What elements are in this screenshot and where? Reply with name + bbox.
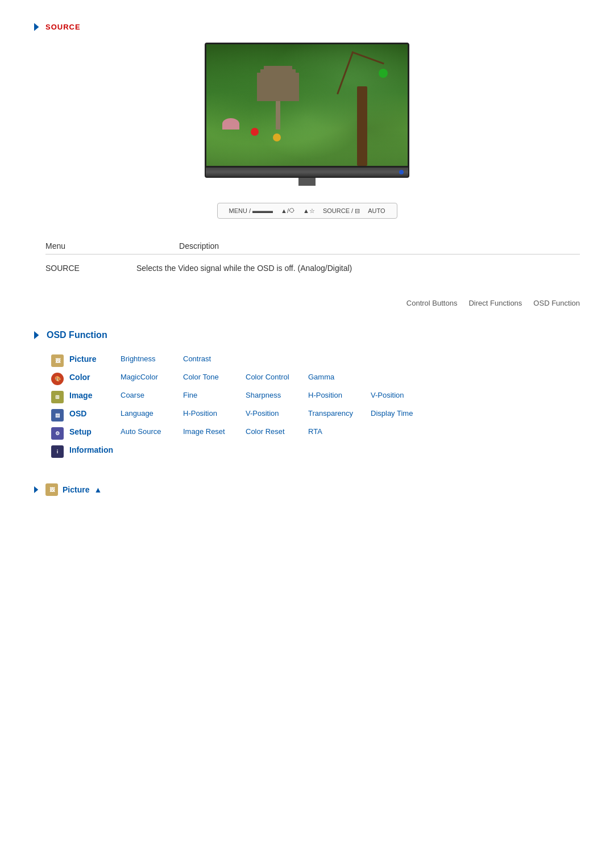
color-tone-link[interactable]: Color Tone: [183, 373, 246, 381]
osd-row-information: i Information: [51, 443, 580, 461]
color-control-link[interactable]: Color Control: [246, 373, 308, 381]
osd-category-label: OSD: [69, 409, 121, 418]
osd-vposition-link[interactable]: V-Position: [246, 409, 308, 418]
nav-links-bar[interactable]: Control Buttons Direct Functions OSD Fun…: [34, 299, 580, 307]
image-fine-link[interactable]: Fine: [183, 391, 246, 399]
picture-footer: 🖼 Picture ▲: [34, 483, 580, 496]
menu-description-table: Menu Description SOURCE Selects the Vide…: [34, 241, 580, 276]
osd-icon: ▤: [51, 409, 64, 422]
pagoda-decoration: [267, 84, 289, 130]
power-indicator: [399, 170, 404, 174]
direct-functions-link[interactable]: Direct Functions: [468, 299, 522, 307]
osd-links: Language H-Position V-Position Transpare…: [121, 409, 433, 418]
up-btn-label: ▲☆: [303, 207, 315, 215]
source-section-header: SOURCE: [34, 23, 580, 31]
image-coarse-link[interactable]: Coarse: [121, 391, 183, 399]
color-links: MagicColor Color Tone Color Control Gamm…: [121, 373, 371, 381]
image-sharpness-link[interactable]: Sharpness: [246, 391, 308, 399]
picture-footer-icon: 🖼: [45, 483, 58, 496]
picture-footer-label: Picture: [63, 485, 89, 494]
color-icon: 🎨: [51, 373, 64, 385]
setup-links: Auto Source Image Reset Color Reset RTA: [121, 427, 371, 436]
picture-brightness-link[interactable]: Brightness: [121, 354, 183, 363]
balloon-green-decoration: [379, 69, 388, 78]
image-category-label: Image: [69, 391, 121, 400]
color-gamma-link[interactable]: Gamma: [308, 373, 371, 381]
osd-row-osd: ▤ OSD Language H-Position V-Position Tra…: [51, 406, 580, 424]
row-desc-cell: Selects the Video signal while the OSD i…: [136, 264, 352, 273]
information-category-label: Information: [69, 445, 121, 454]
monitor-stand: [298, 178, 316, 186]
col-desc-header: Description: [179, 241, 219, 251]
table-header-row: Menu Description: [45, 241, 580, 254]
setup-rta-link[interactable]: RTA: [308, 427, 371, 436]
color-magiccolor-link[interactable]: MagicColor: [121, 373, 183, 381]
row-menu-cell: SOURCE: [45, 264, 102, 273]
monitor-body: [205, 43, 409, 186]
image-vposition-link[interactable]: V-Position: [371, 391, 433, 399]
osd-function-link[interactable]: OSD Function: [533, 299, 580, 307]
osd-arrow-icon: [34, 331, 42, 339]
menu-btn-label: MENU / ▬▬▬: [229, 207, 273, 215]
auto-btn-label: AUTO: [368, 207, 385, 214]
picture-links: Brightness Contrast: [121, 354, 246, 363]
remote-bar-container: MENU / ▬▬▬ ▲/🌣 ▲☆ SOURCE / ⊟ AUTO: [34, 203, 580, 219]
flowers-decoration: [222, 118, 239, 130]
picture-contrast-link[interactable]: Contrast: [183, 354, 246, 363]
monitor-screen: [205, 43, 409, 168]
control-buttons-link[interactable]: Control Buttons: [406, 299, 458, 307]
setup-imagereset-link[interactable]: Image Reset: [183, 427, 246, 436]
osd-displaytime-link[interactable]: Display Time: [371, 409, 433, 418]
setup-icon: ⚙: [51, 427, 64, 440]
info-icon: i: [51, 445, 64, 458]
remote-bar: MENU / ▬▬▬ ▲/🌣 ▲☆ SOURCE / ⊟ AUTO: [217, 203, 397, 219]
osd-function-title: OSD Function: [47, 330, 107, 340]
balloon-red-decoration: [251, 128, 259, 136]
osd-row-picture: 🖼 Picture Brightness Contrast: [51, 352, 580, 370]
source-btn-label: SOURCE / ⊟: [323, 207, 360, 215]
setup-colorreset-link[interactable]: Color Reset: [246, 427, 308, 436]
setup-category-label: Setup: [69, 427, 121, 436]
picture-icon: 🖼: [51, 354, 64, 367]
tree-branch-decoration: [337, 51, 384, 106]
osd-row-color: 🎨 Color MagicColor Color Tone Color Cont…: [51, 370, 580, 388]
picture-category-label: Picture: [69, 354, 121, 364]
picture-footer-arrow-icon: [34, 486, 41, 493]
setup-autosource-link[interactable]: Auto Source: [121, 427, 183, 436]
monitor-base: [205, 168, 409, 178]
image-links: Coarse Fine Sharpness H-Position V-Posit…: [121, 391, 433, 399]
screen-background: [206, 44, 408, 166]
monitor-illustration: [34, 43, 580, 186]
osd-function-header: OSD Function: [34, 330, 580, 340]
image-hposition-link[interactable]: H-Position: [308, 391, 371, 399]
osd-function-table: 🖼 Picture Brightness Contrast 🎨 Color Ma…: [51, 352, 580, 461]
color-category-label: Color: [69, 373, 121, 382]
osd-row-image: ⊞ Image Coarse Fine Sharpness H-Position…: [51, 388, 580, 406]
osd-row-setup: ⚙ Setup Auto Source Image Reset Color Re…: [51, 424, 580, 443]
source-label: SOURCE: [45, 23, 81, 31]
osd-hposition-link[interactable]: H-Position: [183, 409, 246, 418]
picture-footer-up-arrow-icon: ▲: [94, 485, 102, 494]
osd-language-link[interactable]: Language: [121, 409, 183, 418]
source-arrow-icon: [34, 23, 42, 31]
brightness-btn-label: ▲/🌣: [281, 207, 295, 214]
balloon-yellow-decoration: [273, 133, 281, 141]
table-source-row: SOURCE Selects the Video signal while th…: [45, 260, 580, 276]
osd-transparency-link[interactable]: Transparency: [308, 409, 371, 418]
col-menu-header: Menu: [45, 241, 65, 251]
image-icon: ⊞: [51, 391, 64, 403]
